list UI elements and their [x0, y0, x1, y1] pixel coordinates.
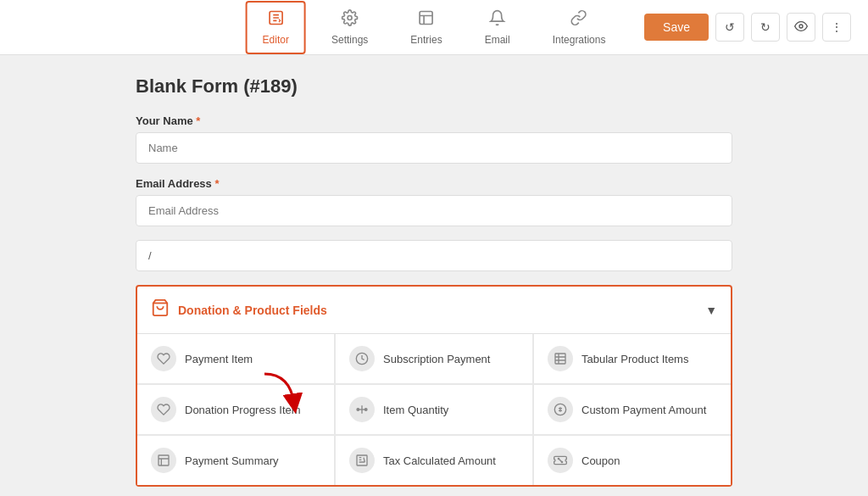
- tab-settings[interactable]: Settings: [314, 1, 385, 54]
- nav-tabs: Editor Settings Entries: [246, 1, 623, 54]
- svg-rect-12: [159, 455, 169, 465]
- more-options-button[interactable]: ⋮: [822, 13, 851, 42]
- donation-header-left: Donation & Product Fields: [151, 298, 327, 321]
- tab-integrations[interactable]: Integrations: [536, 1, 623, 54]
- main-content: Blank Form (#189) Your Name * Email Addr…: [0, 55, 868, 496]
- svg-rect-13: [357, 455, 367, 465]
- undo-icon: ↺: [725, 20, 735, 34]
- svg-point-15: [558, 458, 559, 459]
- chevron-down-icon: ▼: [705, 304, 717, 317]
- undo-button[interactable]: ↺: [715, 13, 744, 42]
- email-icon: [489, 9, 506, 31]
- slash-field: /: [136, 240, 732, 271]
- payment-summary-icon: [151, 448, 176, 473]
- tabular-product-items-label: Tabular Product Items: [581, 353, 688, 365]
- list-item[interactable]: Donation Progress Item: [137, 385, 334, 434]
- donation-section-icon: [151, 298, 170, 321]
- settings-icon: [342, 9, 359, 31]
- svg-rect-2: [420, 11, 432, 24]
- svg-point-10: [364, 409, 367, 411]
- email-field-label: Email Address *: [136, 177, 732, 190]
- list-item[interactable]: Payment Summary: [137, 436, 334, 485]
- svg-point-9: [357, 409, 359, 411]
- list-item[interactable]: Tax Calculated Amount: [336, 436, 532, 485]
- tabular-product-items-icon: [548, 346, 573, 371]
- payment-item-label: Payment Item: [185, 353, 253, 365]
- redo-button[interactable]: ↻: [751, 13, 780, 42]
- integrations-tab-label: Integrations: [553, 34, 606, 46]
- editor-icon: [267, 9, 284, 31]
- name-field-group: Your Name *: [136, 114, 732, 164]
- entries-icon: [418, 9, 435, 31]
- tab-editor[interactable]: Editor: [246, 1, 306, 54]
- donation-progress-item-icon: [151, 397, 176, 422]
- name-required-marker: *: [196, 114, 200, 127]
- name-field-label: Your Name *: [136, 114, 732, 127]
- list-item[interactable]: Tabular Product Items: [534, 334, 731, 383]
- list-item[interactable]: Custom Payment Amount: [534, 385, 731, 434]
- coupon-icon: [548, 448, 573, 473]
- item-quantity-label: Item Quantity: [383, 404, 448, 416]
- integrations-icon: [570, 9, 587, 31]
- svg-point-3: [799, 25, 803, 28]
- list-item[interactable]: Payment Item: [137, 334, 334, 383]
- more-icon: ⋮: [831, 20, 843, 34]
- settings-tab-label: Settings: [331, 34, 368, 46]
- subscription-payment-label: Subscription Payment: [383, 353, 490, 365]
- donation-section: Donation & Product Fields ▼ Payment Item: [136, 285, 732, 487]
- custom-payment-amount-icon: [548, 397, 573, 422]
- item-quantity-icon: [349, 397, 375, 422]
- preview-button[interactable]: [787, 13, 815, 42]
- custom-payment-amount-label: Custom Payment Amount: [581, 404, 706, 416]
- email-required-marker: *: [214, 177, 219, 190]
- top-navigation: Editor Settings Entries: [0, 0, 868, 55]
- email-tab-label: Email: [485, 34, 510, 46]
- list-item[interactable]: Subscription Payment: [336, 334, 532, 383]
- svg-point-1: [348, 15, 352, 20]
- eye-icon: [794, 20, 808, 36]
- payment-item-icon: [151, 346, 176, 371]
- donation-section-title: Donation & Product Fields: [178, 304, 327, 317]
- editor-tab-label: Editor: [263, 34, 289, 46]
- donation-section-header[interactable]: Donation & Product Fields ▼: [137, 287, 731, 333]
- redo-icon: ↻: [760, 20, 771, 34]
- subscription-payment-icon: [349, 346, 375, 371]
- name-input[interactable]: [136, 132, 732, 164]
- email-field-group: Email Address *: [136, 177, 732, 226]
- tax-calculated-amount-icon: [349, 448, 375, 473]
- list-item[interactable]: Item Quantity: [336, 385, 532, 434]
- coupon-label: Coupon: [581, 454, 620, 467]
- nav-right-actions: Save ↺ ↻ ⋮: [644, 13, 851, 42]
- form-title: Blank Form (#189): [136, 75, 732, 98]
- list-item[interactable]: Coupon: [534, 436, 731, 485]
- tax-calculated-amount-label: Tax Calculated Amount: [383, 454, 496, 467]
- field-items-grid: Payment Item Subscription Payment: [137, 333, 731, 485]
- email-input[interactable]: [136, 195, 732, 226]
- tab-entries[interactable]: Entries: [393, 1, 459, 54]
- entries-tab-label: Entries: [410, 34, 442, 46]
- svg-rect-6: [555, 354, 565, 364]
- payment-summary-label: Payment Summary: [185, 454, 279, 467]
- svg-point-16: [561, 461, 562, 462]
- donation-progress-item-label: Donation Progress Item: [185, 404, 301, 416]
- tab-email[interactable]: Email: [468, 1, 527, 54]
- save-button[interactable]: Save: [644, 14, 709, 41]
